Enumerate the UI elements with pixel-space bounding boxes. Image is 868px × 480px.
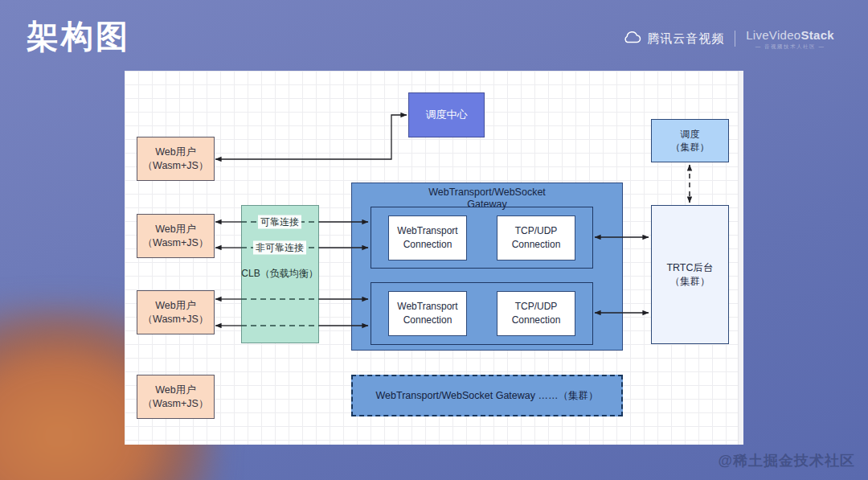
- web-user-sublabel: （Wasm+JS）: [143, 236, 209, 250]
- trtc-backend-box: TRTC后台 （集群）: [651, 205, 729, 344]
- web-user-label: Web用户: [155, 223, 195, 236]
- web-user-label: Web用户: [155, 299, 195, 313]
- gateway-inner-row-2: WebTransport Connection TCP/UDP Connecti…: [371, 282, 593, 345]
- dispatch-cluster-sublabel: （集群）: [671, 141, 710, 154]
- web-user-box-2: Web用户 （Wasm+JS）: [137, 214, 215, 258]
- watermark: @稀土掘金技术社区: [718, 451, 855, 470]
- logo-divider: [735, 31, 735, 47]
- web-user-box-4: Web用户 （Wasm+JS）: [137, 375, 215, 419]
- dispatch-center-box: 调度中心: [408, 92, 485, 137]
- gateway-title-line1: WebTransport/WebSocket: [352, 187, 622, 199]
- slide: 架构图 腾讯云音视频 LiveVideoStack — 音视频技术人社区 —: [0, 0, 868, 480]
- webtransport-connection-box-2: WebTransport Connection: [388, 291, 467, 336]
- web-user-sublabel: （Wasm+JS）: [143, 313, 209, 326]
- web-user-box-3: Web用户 （Wasm+JS）: [137, 290, 215, 334]
- unreliable-connection-label: 非可靠连接: [253, 241, 306, 255]
- webtransport-connection-box-1: WebTransport Connection: [388, 215, 467, 261]
- dispatch-cluster-box: 调度 （集群）: [651, 119, 729, 162]
- dispatch-center-label: 调度中心: [426, 108, 468, 122]
- reliable-connection-label: 可靠连接: [258, 215, 301, 229]
- livevideostack-logo: LiveVideoStack — 音视频技术人社区 —: [746, 29, 834, 49]
- gateway-cluster-label: WebTransport/WebSocket Gateway ……（集群）: [376, 389, 599, 403]
- canvas-scrollbar[interactable]: [738, 71, 743, 445]
- page-title: 架构图: [27, 14, 130, 59]
- header-logos: 腾讯云音视频 LiveVideoStack — 音视频技术人社区 —: [622, 29, 834, 49]
- trtc-label: TRTC后台: [666, 261, 713, 275]
- tencent-logo-label: 腾讯云音视频: [647, 31, 724, 47]
- diagram-canvas: 调度中心 Web用户 （Wasm+JS） Web用户 （Wasm+JS） Web…: [125, 71, 743, 445]
- connector-webuser1-dispatchcenter: [215, 115, 407, 159]
- trtc-sublabel: （集群）: [670, 275, 710, 289]
- web-user-sublabel: （Wasm+JS）: [143, 397, 209, 411]
- gateway-cluster-box: WebTransport/WebSocket Gateway ……（集群）: [351, 375, 623, 416]
- tcpudp-connection-box-1: TCP/UDP Connection: [497, 215, 575, 261]
- web-user-label: Web用户: [155, 384, 195, 397]
- web-user-sublabel: （Wasm+JS）: [143, 159, 209, 173]
- web-user-label: Web用户: [155, 146, 195, 159]
- livevideostack-tagline: — 音视频技术人社区 —: [755, 43, 825, 49]
- cloud-icon: [622, 30, 642, 47]
- tencent-cloud-logo: 腾讯云音视频: [622, 30, 724, 47]
- gateway-inner-row-1: WebTransport Connection TCP/UDP Connecti…: [371, 207, 593, 269]
- tcpudp-connection-box-2: TCP/UDP Connection: [497, 291, 575, 336]
- dispatch-cluster-label: 调度: [681, 128, 700, 141]
- clb-label: CLB（负载均衡）: [241, 267, 317, 281]
- gateway-box: WebTransport/WebSocket Gateway WebTransp…: [351, 183, 623, 351]
- web-user-box-1: Web用户 （Wasm+JS）: [137, 137, 215, 181]
- livevideostack-logo-text: LiveVideoStack: [746, 29, 834, 43]
